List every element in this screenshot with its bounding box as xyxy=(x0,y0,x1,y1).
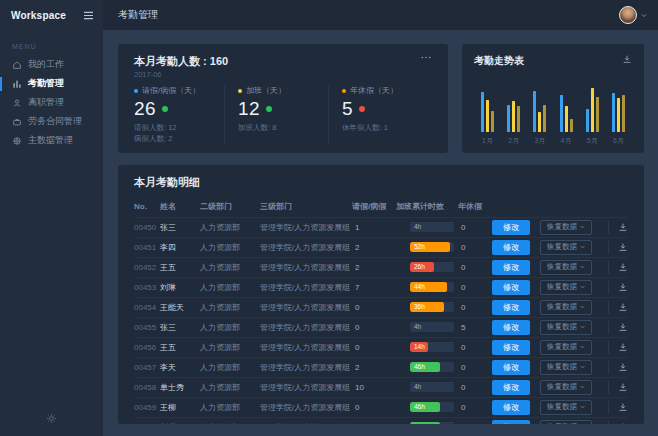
column-header: No. xyxy=(134,202,160,211)
more-button[interactable] xyxy=(420,54,432,59)
row-dept2: 人力资源部 xyxy=(200,342,260,353)
row-download-button[interactable] xyxy=(618,242,628,252)
page-title: 考勤管理 xyxy=(118,8,158,22)
stat-label-dot xyxy=(342,89,346,93)
download-icon xyxy=(618,242,628,252)
stat-label-text: 请假/病假（天） xyxy=(142,85,200,96)
modify-button[interactable]: 修改 xyxy=(492,260,530,275)
row-annual: 0 xyxy=(458,243,492,252)
sidebar-item-master-data[interactable]: 主数据管理 xyxy=(0,131,103,150)
chart-title: 考勤走势表 xyxy=(474,54,524,68)
row-dept2: 人力资源部 xyxy=(200,382,260,393)
modify-button[interactable]: 修改 xyxy=(492,400,530,415)
restore-dropdown[interactable]: 恢复数据 xyxy=(540,340,592,355)
row-dept2: 人力资源部 xyxy=(200,402,260,413)
bar-yellow xyxy=(486,100,489,132)
avatar[interactable] xyxy=(619,6,637,24)
restore-dropdown[interactable]: 恢复数据 xyxy=(540,280,592,295)
modify-button[interactable]: 修改 xyxy=(492,300,530,315)
modify-button[interactable]: 修改 xyxy=(492,340,530,355)
sidebar-item-labor-contract[interactable]: 劳务合同管理 xyxy=(0,112,103,131)
row-download-button[interactable] xyxy=(618,282,628,292)
overtime-progress: 46h xyxy=(410,362,454,372)
row-download-button[interactable] xyxy=(618,422,628,424)
row-actions-end xyxy=(596,301,628,314)
overtime-value: 4h xyxy=(414,222,421,232)
overtime-value: 4h xyxy=(414,322,421,332)
row-name: 王能天 xyxy=(160,302,200,313)
modify-button[interactable]: 修改 xyxy=(492,360,530,375)
restore-dropdown[interactable]: 恢复数据 xyxy=(540,320,592,335)
more-icon xyxy=(420,56,432,59)
row-leave: 2 xyxy=(352,363,396,372)
modify-button[interactable]: 修改 xyxy=(492,280,530,295)
download-icon xyxy=(618,422,628,424)
stat-label: 加班（天） xyxy=(238,85,328,96)
row-leave: 0 xyxy=(352,303,396,312)
hamburger-button[interactable] xyxy=(83,11,94,20)
user-menu[interactable] xyxy=(619,6,647,24)
sidebar-item-attendance[interactable]: 考勤管理 xyxy=(0,74,103,93)
chevron-down-icon xyxy=(641,13,647,18)
row-download-button[interactable] xyxy=(618,222,628,232)
row-download-button[interactable] xyxy=(618,382,628,392)
user-icon xyxy=(12,98,22,108)
modify-button[interactable]: 修改 xyxy=(492,420,530,424)
download-icon xyxy=(618,282,628,292)
overtime-progress: 14h xyxy=(410,342,454,352)
restore-dropdown[interactable]: 恢复数据 xyxy=(540,420,592,424)
action-divider xyxy=(608,221,609,234)
download-icon xyxy=(618,302,628,312)
restore-dropdown[interactable]: 恢复数据 xyxy=(540,260,592,275)
row-name: 刘琳 xyxy=(160,282,200,293)
row-no: 00457 xyxy=(134,363,160,372)
chart-download-button[interactable] xyxy=(622,54,632,64)
restore-dropdown[interactable]: 恢复数据 xyxy=(540,380,592,395)
modify-button[interactable]: 修改 xyxy=(492,320,530,335)
overtime-value: 52h xyxy=(414,242,425,252)
row-annual: 0 xyxy=(458,383,492,392)
sidebar-item-my-work[interactable]: 我的工作 xyxy=(0,55,103,74)
row-no: 00459 xyxy=(134,403,160,412)
bar-category-label: 5月 xyxy=(587,136,598,146)
overtime-value: 46h xyxy=(414,362,425,372)
sidebar-item-resignation[interactable]: 离职管理 xyxy=(0,93,103,112)
restore-dropdown-label: 恢复数据 xyxy=(547,342,577,352)
modify-button[interactable]: 修改 xyxy=(492,220,530,235)
bar-gold xyxy=(622,95,625,132)
restore-dropdown[interactable]: 恢复数据 xyxy=(540,360,592,375)
modify-button[interactable]: 修改 xyxy=(492,380,530,395)
database-icon xyxy=(12,136,22,146)
bar-blue xyxy=(560,95,563,132)
overtime-progress: 46h xyxy=(410,402,454,412)
overtime-progress: 52h xyxy=(410,242,454,252)
bar-blue xyxy=(481,92,484,132)
restore-dropdown[interactable]: 恢复数据 xyxy=(540,240,592,255)
row-download-button[interactable] xyxy=(618,402,628,412)
restore-dropdown[interactable]: 恢复数据 xyxy=(540,300,592,315)
row-download-button[interactable] xyxy=(618,342,628,352)
row-download-button[interactable] xyxy=(618,322,628,332)
row-annual: 0 xyxy=(458,423,492,424)
stat-block: 加班（天）12加班人数: 8 xyxy=(224,85,328,145)
chevron-down-icon xyxy=(580,265,585,269)
chevron-down-icon xyxy=(580,305,585,309)
stat-label-text: 年休假（天） xyxy=(350,85,398,96)
overtime-value: 46h xyxy=(414,402,425,412)
row-download-button[interactable] xyxy=(618,302,628,312)
gear-button[interactable] xyxy=(46,413,57,424)
workspace-title: Workspace xyxy=(11,10,66,21)
bar-yellow xyxy=(565,106,568,132)
row-leave: 0 xyxy=(352,343,396,352)
modify-button[interactable]: 修改 xyxy=(492,240,530,255)
overtime-value: 14h xyxy=(414,342,425,352)
row-download-button[interactable] xyxy=(618,362,628,372)
restore-dropdown[interactable]: 恢复数据 xyxy=(540,220,592,235)
bar-gold xyxy=(491,111,494,132)
restore-dropdown[interactable]: 恢复数据 xyxy=(540,400,592,415)
row-name: 王五 xyxy=(160,342,200,353)
stat-label-dot xyxy=(238,89,242,93)
table-row: 00455张三人力资源部管理学院/人力资源发展组04h5修改恢复数据 xyxy=(134,317,628,337)
row-download-button[interactable] xyxy=(618,262,628,272)
row-dept2: 人力资源部 xyxy=(200,422,260,424)
